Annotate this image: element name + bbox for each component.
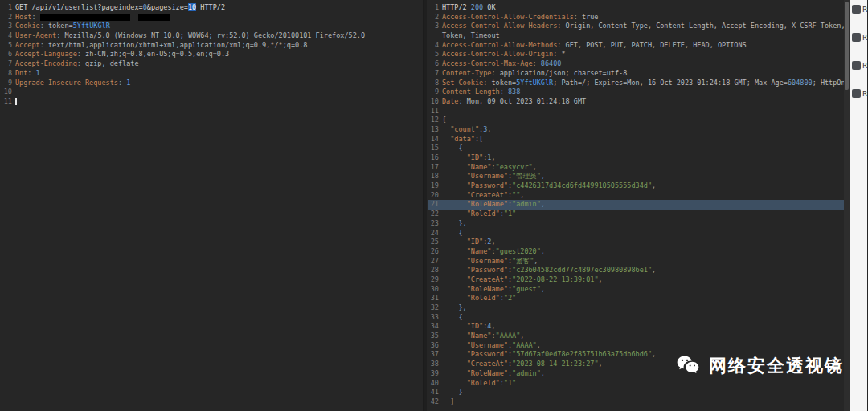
line-number: 19 [428,181,439,191]
code-line[interactable]: 2Access-Control-Allow-Credentials: true [428,13,850,22]
code-line[interactable]: 23 }, [428,219,850,229]
code-token: , [599,360,603,368]
code-token [442,341,467,349]
code-line[interactable]: 3Access-Control-Allow-Headers: Origin, C… [428,22,850,31]
inspector-section-icon [852,89,861,98]
code-line[interactable]: 36 "Username":"AAAA", [428,341,850,351]
line-number: 2 [2,13,12,22]
code-token: "管理员" [512,172,541,180]
inspector-section-label: Re [862,90,868,98]
code-token [442,200,467,208]
code-token: "" [512,191,520,199]
line-number: 9 [2,79,12,88]
code-line[interactable]: 31 "RoleId":"2" [428,294,850,303]
code-line[interactable]: 8Set-Cookie: token=5YftUKGlR; Path=/; Ex… [428,79,850,88]
code-line[interactable]: 4Access-Control-Allow-Methods: GET, POST… [428,41,850,51]
code-line[interactable]: 18 "Username":"管理员", [428,172,850,181]
code-line[interactable]: 32 }, [428,303,850,313]
code-line[interactable]: 35 "Name":"AAAA", [428,332,850,341]
code-line[interactable]: 8Dnt: 1 [2,69,423,79]
code-line[interactable]: 27 "Username":"游客", [428,257,850,267]
code-token: "Name" [467,332,492,340]
code-line[interactable]: 7Accept-Encoding: gzip, deflate [2,59,423,69]
code-line[interactable]: 13 "count":3, [428,125,850,135]
inspector-section-header[interactable]: Re [852,33,867,42]
code-line[interactable]: 42 ] [428,397,850,407]
code-line[interactable]: 40 "RoleId":"1" [428,379,850,389]
response-scrollbar-thumb[interactable] [845,2,849,90]
line-number: 1 [428,3,439,13]
inspector-section-header[interactable]: Re [852,5,867,14]
code-line[interactable]: 15 { [428,144,850,153]
code-token: 200 [471,3,483,11]
code-token: } [442,388,463,396]
code-line[interactable]: 22 "RoleId":"1" [428,210,850,219]
code-line[interactable]: 2Host: [2,13,423,22]
code-line[interactable]: 30 "RoleName":"guest", [428,285,850,295]
code-line[interactable]: 9Upgrade-Insecure-Requests: 1 [2,79,423,88]
code-line[interactable]: 41 } [428,388,850,397]
code-line[interactable]: 19 "Password":"c4426317d34cd6fd449910505… [428,181,850,191]
code-token: ] [442,397,454,405]
code-token: , [652,181,656,189]
code-line[interactable]: 4User-Agent: Mozilla/5.0 (Windows NT 10.… [2,31,423,41]
code-line[interactable]: 5Access-Control-Allow-Origin: * [428,50,850,59]
response-viewer-panel[interactable]: 1HTTP/2 200 OK2Access-Control-Allow-Cred… [427,0,850,411]
code-line[interactable]: 28 "Password":"c23604582cdd77c4897ec3098… [428,266,850,275]
code-token: , [491,153,495,161]
code-line[interactable]: 11 [428,107,850,116]
code-line[interactable]: 34 "ID":4, [428,322,850,332]
line-number: 17 [428,163,439,173]
code-token [442,275,467,283]
code-token: "57d67af0ed78e2f85751b63a75db6bd6" [512,350,652,358]
code-token: : [557,41,565,49]
line-number: 29 [428,275,439,285]
code-token [442,210,467,218]
code-line[interactable]: 12{ [428,116,850,125]
code-line[interactable]: 20 "CreateAt":"", [428,191,850,201]
code-token: { [442,116,446,124]
code-line[interactable]: 24 { [428,229,850,238]
code-line[interactable]: 26 "Name":"guest2020", [428,247,850,257]
line-number: 35 [428,332,439,341]
code-line[interactable]: 11 [2,97,423,107]
code-token: Access-Control-Max-Age [442,59,533,67]
code-line[interactable]: 1HTTP/2 200 OK [428,3,850,13]
code-token [442,360,467,368]
inspector-section-header[interactable]: Re [852,61,867,70]
line-number: 8 [428,79,439,88]
code-line[interactable]: 7Content-Type: application/json; charset… [428,69,850,79]
code-line[interactable]: 33 { [428,313,850,323]
code-line[interactable]: 14 "data":[ [428,135,850,144]
code-line[interactable]: 25 "ID":2, [428,238,850,247]
code-line[interactable]: 5Accept: text/html,application/xhtml+xml… [2,41,423,51]
code-token: "RoleName" [467,285,508,293]
line-number: 10 [2,87,12,97]
code-token: zh-CN,zh;q=0.8,en-US;q=0.5,en;q=0.3 [85,50,229,58]
code-token [442,125,450,133]
line-number: 7 [428,69,439,79]
code-line[interactable]: 9Content-Length: 838 [428,87,850,97]
request-editor-panel[interactable]: 1GET /api/v1/userlist?pageindex=0&pagesi… [0,0,424,411]
code-token: 1 [126,79,130,87]
code-line-selected[interactable]: 21 "RoleName":"admin", [428,200,850,210]
code-line[interactable]: 3Cookie: token=5YftUKGlR [2,22,423,31]
line-number: 41 [428,388,439,397]
code-token: "Password" [467,181,508,189]
code-line[interactable]: 10Date: Mon, 09 Oct 2023 01:24:18 GMT [428,97,850,107]
inspector-section-header[interactable]: Re [852,89,867,98]
code-line[interactable]: 10 [2,87,423,97]
code-line[interactable]: 6Access-Control-Max-Age: 86400 [428,59,850,69]
code-token: "easycvr" [496,163,533,171]
code-line[interactable]: Token, Timeout [428,31,850,41]
code-token: , [541,200,545,208]
code-line[interactable]: 1GET /api/v1/userlist?pageindex=0&pagesi… [2,3,423,13]
line-number: 6 [428,59,439,69]
line-number: 18 [428,172,439,181]
code-line[interactable]: 16 "ID":1, [428,153,850,163]
code-line[interactable]: 6Accept-Language: zh-CN,zh;q=0.8,en-US;q… [2,50,423,59]
code-line[interactable]: 29 "CreateAt":"2022-08-22 13:39:01", [428,275,850,285]
code-line[interactable]: 17 "Name":"easycvr", [428,163,850,173]
line-number: 11 [428,107,439,116]
response-scrollbar[interactable] [844,0,850,411]
